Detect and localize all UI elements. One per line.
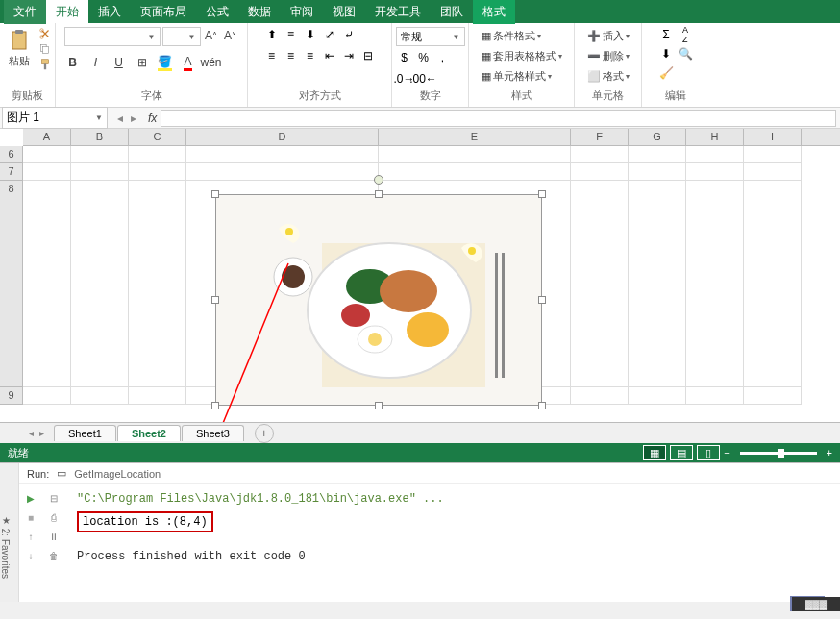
currency-icon[interactable]: $ [396, 50, 413, 65]
sort-icon[interactable]: AZ [677, 27, 694, 42]
tab-formulas[interactable]: 公式 [196, 0, 238, 24]
nb-next-icon[interactable]: ▸ [131, 111, 136, 125]
formula-input[interactable] [161, 110, 836, 127]
number-format-select[interactable]: 常规▼ [396, 27, 465, 46]
fx-icon[interactable]: fx [144, 111, 161, 125]
format-painter-icon[interactable] [38, 58, 52, 71]
decrease-indent-icon[interactable]: ⇤ [321, 48, 338, 63]
resize-handle[interactable] [211, 402, 219, 409]
ide-down-icon[interactable]: ↓ [23, 548, 38, 563]
wrap-text-icon[interactable]: ⤶ [340, 27, 358, 42]
ide-sidebar-favorites[interactable]: ★ 2: Favorites [0, 463, 19, 602]
cell[interactable] [744, 163, 802, 181]
cell[interactable] [686, 181, 744, 387]
cell[interactable] [629, 387, 686, 405]
ide-trash-icon[interactable]: 🗑 [46, 548, 62, 563]
clear-icon[interactable]: 🧹 [657, 65, 675, 81]
italic-button[interactable]: I [87, 54, 105, 71]
column-header[interactable]: F [571, 129, 629, 145]
tab-insert[interactable]: 插入 [88, 0, 131, 24]
fill-color-icon[interactable]: 🪣 [157, 54, 174, 71]
tab-review[interactable]: 审阅 [281, 0, 323, 24]
add-sheet-button[interactable]: + [255, 424, 274, 443]
column-header[interactable]: I [744, 129, 802, 145]
embedded-image[interactable] [215, 194, 542, 406]
cell[interactable] [571, 181, 629, 387]
tab-page-layout[interactable]: 页面布局 [131, 0, 196, 24]
align-left-icon[interactable]: ≡ [263, 48, 281, 63]
paste-button[interactable]: 粘贴 [4, 27, 35, 70]
ide-run-config-tab[interactable]: GetImageLocation [74, 468, 161, 480]
cell[interactable] [686, 387, 744, 405]
cell[interactable] [744, 387, 802, 405]
align-bottom-icon[interactable]: ⬇ [302, 27, 319, 42]
cell[interactable] [686, 163, 744, 181]
border-icon[interactable]: ⊞ [134, 54, 151, 71]
view-normal-icon[interactable]: ▦ [643, 445, 666, 460]
ide-up-icon[interactable]: ↑ [23, 529, 38, 544]
cell[interactable] [71, 181, 129, 387]
rotate-handle[interactable] [374, 175, 383, 185]
cell[interactable] [23, 181, 71, 387]
sheet-tab-1[interactable]: Sheet1 [54, 425, 116, 441]
cell[interactable] [571, 387, 629, 405]
zoom-in-icon[interactable]: + [827, 447, 832, 458]
cell[interactable] [23, 387, 71, 405]
align-top-icon[interactable]: ⬆ [263, 27, 281, 42]
column-header[interactable]: G [629, 129, 686, 145]
cell[interactable] [23, 146, 71, 163]
percent-icon[interactable]: % [415, 50, 432, 65]
view-page-break-icon[interactable]: ▯ [697, 445, 720, 460]
cell[interactable] [186, 146, 379, 163]
cell[interactable] [129, 163, 186, 181]
cell[interactable] [71, 163, 129, 181]
row-header[interactable]: 7 [0, 163, 23, 181]
font-color-icon[interactable]: A [180, 54, 197, 71]
delete-cells-button[interactable]: ➖删除▾ [583, 47, 633, 65]
align-middle-icon[interactable]: ≡ [283, 27, 300, 42]
ide-print-icon[interactable]: ⎙ [46, 509, 62, 525]
tab-file[interactable]: 文件 [4, 0, 46, 24]
cell[interactable] [379, 146, 571, 163]
ide-stop-icon[interactable]: ■ [23, 509, 38, 525]
cell[interactable] [629, 181, 686, 387]
cell[interactable] [71, 387, 129, 405]
comma-icon[interactable]: , [434, 50, 452, 65]
cell[interactable] [129, 181, 186, 387]
increase-font-icon[interactable]: A˄ [203, 27, 220, 44]
column-header[interactable]: B [71, 129, 129, 145]
insert-cells-button[interactable]: ➕插入▾ [583, 27, 633, 45]
zoom-out-icon[interactable]: − [724, 447, 729, 458]
cell[interactable] [629, 163, 686, 181]
tab-format[interactable]: 格式 [473, 0, 515, 24]
cell[interactable] [129, 387, 186, 405]
ide-output[interactable]: "C:\Program Files\Java\jdk1.8.0_181\bin\… [65, 484, 840, 577]
cell-styles-button[interactable]: ▦单元格样式▾ [478, 67, 556, 86]
nb-prev-icon[interactable]: ◂ [117, 111, 123, 125]
row-header[interactable]: 9 [0, 387, 23, 405]
merge-icon[interactable]: ⊟ [359, 48, 377, 63]
tab-data[interactable]: 数据 [238, 0, 281, 24]
cut-icon[interactable] [38, 27, 52, 40]
column-header[interactable]: H [686, 129, 744, 145]
column-header[interactable]: C [129, 129, 186, 145]
resize-handle[interactable] [375, 402, 383, 409]
phonetic-icon[interactable]: wén [203, 54, 220, 71]
conditional-format-button[interactable]: ▦条件格式▾ [478, 27, 545, 45]
ide-layout-icon[interactable]: ⊟ [46, 490, 62, 506]
find-icon[interactable]: 🔍 [677, 46, 694, 62]
cell[interactable] [186, 163, 379, 181]
resize-handle[interactable] [538, 190, 546, 198]
cell[interactable] [744, 181, 802, 387]
row-header[interactable]: 8 [0, 181, 23, 387]
underline-button[interactable]: U [111, 54, 128, 71]
view-page-layout-icon[interactable]: ▤ [670, 445, 693, 460]
decrease-decimal-icon[interactable]: .00← [415, 71, 432, 87]
format-cells-button[interactable]: ⬜格式▾ [583, 67, 633, 86]
resize-handle[interactable] [538, 296, 546, 304]
resize-handle[interactable] [211, 296, 219, 304]
fill-icon[interactable]: ⬇ [657, 46, 675, 62]
row-header[interactable]: 6 [0, 146, 23, 163]
column-header[interactable]: A [23, 129, 71, 145]
tab-home[interactable]: 开始 [46, 0, 88, 24]
